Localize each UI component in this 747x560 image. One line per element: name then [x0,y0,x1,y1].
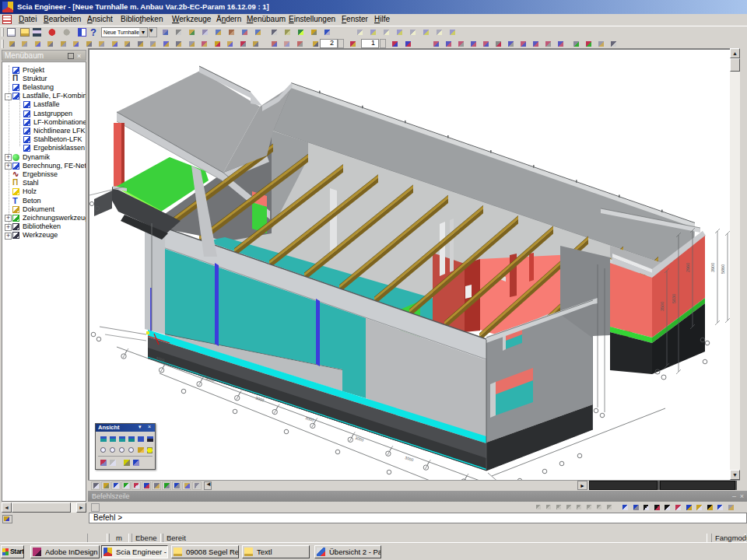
svg-text:5830: 5830 [672,294,676,303]
svg-text:5860: 5860 [721,264,725,274]
svg-text:3900: 3900 [710,263,715,272]
svg-text:3500: 3500 [660,302,665,311]
svg-text:2960: 2960 [686,263,690,272]
